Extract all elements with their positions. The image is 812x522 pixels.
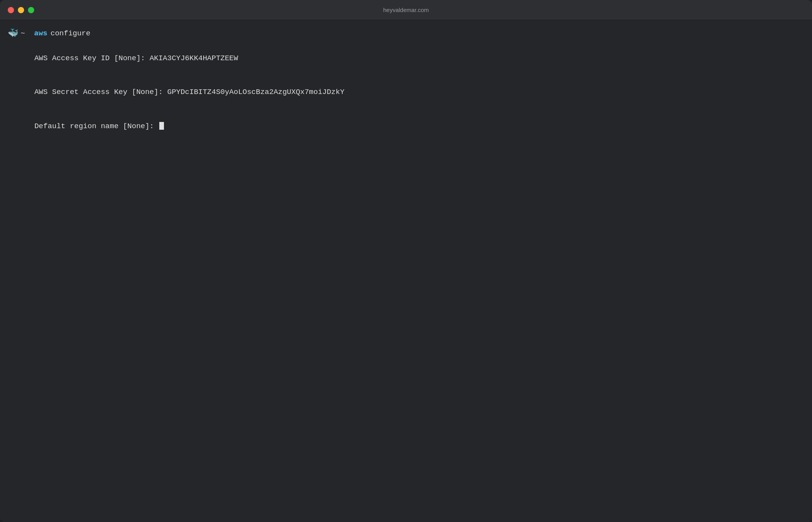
cursor	[159, 122, 164, 130]
minimize-button[interactable]	[18, 7, 24, 13]
prompt-separator	[27, 28, 31, 39]
access-key-line: AWS Access Key ID [None]: AKIA3CYJ6KK4HA…	[8, 42, 804, 75]
region-line[interactable]: Default region name [None]:	[8, 110, 804, 143]
window-controls	[8, 7, 34, 13]
region-label: Default region name [None]:	[34, 122, 158, 130]
terminal-body[interactable]: 🐳 ~ aws configure AWS Access Key ID [Non…	[0, 20, 812, 522]
prompt-line: 🐳 ~ aws configure	[8, 27, 804, 40]
access-key-value: AKIA3CYJ6KK4HAPTZEEW	[150, 54, 238, 63]
whale-icon: 🐳	[8, 27, 18, 40]
secret-key-value: GPYDcIBITZ4S0yAoLOscBza2AzgUXQx7moiJDzkY	[167, 88, 344, 96]
prompt-tilde: ~	[21, 28, 25, 39]
terminal-window: heyvaldemar.com 🐳 ~ aws configure AWS Ac…	[0, 0, 812, 522]
access-key-label: AWS Access Key ID [None]:	[34, 54, 149, 63]
secret-key-line: AWS Secret Access Key [None]: GPYDcIBITZ…	[8, 76, 804, 109]
title-bar: heyvaldemar.com	[0, 0, 812, 20]
secret-key-label: AWS Secret Access Key [None]:	[34, 88, 167, 96]
maximize-button[interactable]	[28, 7, 34, 13]
aws-command: aws	[34, 28, 47, 39]
close-button[interactable]	[8, 7, 14, 13]
configure-command: configure	[51, 28, 91, 39]
window-title: heyvaldemar.com	[383, 7, 429, 13]
